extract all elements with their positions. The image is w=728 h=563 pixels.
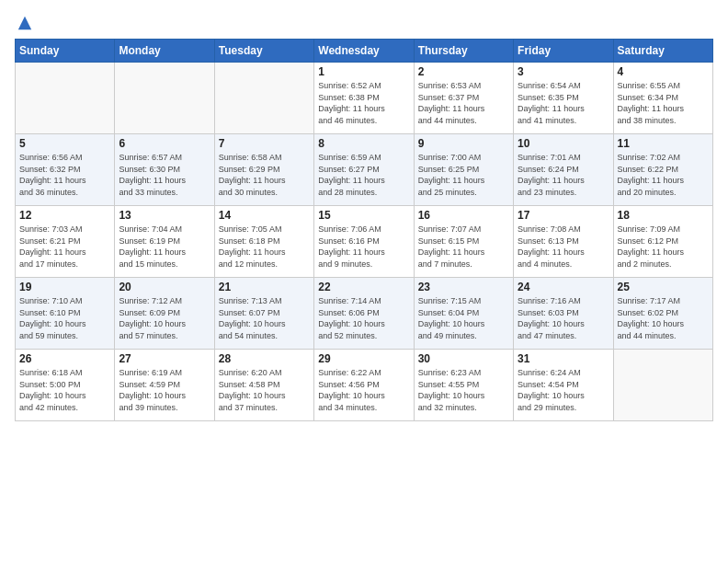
- day-number: 30: [418, 352, 509, 365]
- calendar-cell: [613, 350, 712, 421]
- calendar-week-row: 12Sunrise: 7:03 AM Sunset: 6:21 PM Dayli…: [16, 206, 713, 278]
- day-number: 19: [19, 281, 110, 293]
- day-number: 26: [19, 352, 110, 365]
- day-number: 27: [119, 352, 210, 365]
- day-info: Sunrise: 6:18 AM Sunset: 5:00 PM Dayligh…: [19, 367, 110, 413]
- day-info: Sunrise: 7:06 AM Sunset: 6:16 PM Dayligh…: [318, 224, 409, 270]
- day-number: 20: [119, 281, 210, 293]
- calendar-cell: 2Sunrise: 6:53 AM Sunset: 6:37 PM Daylig…: [414, 63, 513, 134]
- calendar-cell: 28Sunrise: 6:20 AM Sunset: 4:58 PM Dayli…: [214, 350, 313, 421]
- calendar-cell: [214, 63, 313, 134]
- calendar-cell: 17Sunrise: 7:08 AM Sunset: 6:13 PM Dayli…: [514, 206, 613, 278]
- day-number: 6: [119, 137, 210, 150]
- day-number: 25: [618, 281, 709, 293]
- day-number: 13: [119, 209, 210, 222]
- day-number: 28: [219, 352, 310, 365]
- day-info: Sunrise: 6:56 AM Sunset: 6:32 PM Dayligh…: [19, 152, 110, 198]
- day-info: Sunrise: 6:59 AM Sunset: 6:27 PM Dayligh…: [318, 152, 409, 198]
- calendar-cell: 21Sunrise: 7:13 AM Sunset: 6:07 PM Dayli…: [214, 278, 313, 350]
- day-info: Sunrise: 7:08 AM Sunset: 6:13 PM Dayligh…: [518, 224, 609, 270]
- day-info: Sunrise: 6:22 AM Sunset: 4:56 PM Dayligh…: [318, 367, 409, 413]
- day-info: Sunrise: 6:57 AM Sunset: 6:30 PM Dayligh…: [119, 152, 210, 198]
- day-number: 14: [219, 209, 310, 222]
- day-info: Sunrise: 7:10 AM Sunset: 6:10 PM Dayligh…: [19, 295, 110, 341]
- day-info: Sunrise: 7:09 AM Sunset: 6:12 PM Dayligh…: [618, 224, 709, 270]
- calendar-cell: [16, 63, 115, 134]
- day-number: 2: [418, 65, 509, 78]
- day-number: 10: [518, 137, 609, 150]
- day-info: Sunrise: 7:05 AM Sunset: 6:18 PM Dayligh…: [219, 224, 310, 270]
- day-number: 3: [518, 65, 609, 78]
- calendar-cell: 20Sunrise: 7:12 AM Sunset: 6:09 PM Dayli…: [115, 278, 214, 350]
- calendar-cell: 13Sunrise: 7:04 AM Sunset: 6:19 PM Dayli…: [115, 206, 214, 278]
- calendar-cell: 14Sunrise: 7:05 AM Sunset: 6:18 PM Dayli…: [214, 206, 313, 278]
- day-info: Sunrise: 7:15 AM Sunset: 6:04 PM Dayligh…: [418, 295, 509, 341]
- day-info: Sunrise: 6:58 AM Sunset: 6:29 PM Dayligh…: [219, 152, 310, 198]
- day-number: 4: [618, 65, 709, 78]
- calendar-cell: 18Sunrise: 7:09 AM Sunset: 6:12 PM Dayli…: [613, 206, 712, 278]
- calendar-cell: 8Sunrise: 6:59 AM Sunset: 6:27 PM Daylig…: [314, 134, 414, 206]
- day-number: 8: [318, 137, 409, 150]
- day-info: Sunrise: 7:17 AM Sunset: 6:02 PM Dayligh…: [618, 295, 709, 341]
- day-number: 5: [19, 137, 110, 150]
- day-number: 31: [518, 352, 609, 365]
- day-number: 23: [418, 281, 509, 293]
- calendar-cell: 9Sunrise: 7:00 AM Sunset: 6:25 PM Daylig…: [414, 134, 513, 206]
- calendar-cell: 7Sunrise: 6:58 AM Sunset: 6:29 PM Daylig…: [214, 134, 313, 206]
- calendar-cell: 25Sunrise: 7:17 AM Sunset: 6:02 PM Dayli…: [613, 278, 712, 350]
- calendar-table: SundayMondayTuesdayWednesdayThursdayFrid…: [15, 39, 713, 421]
- calendar-cell: 24Sunrise: 7:16 AM Sunset: 6:03 PM Dayli…: [514, 278, 613, 350]
- calendar-cell: 6Sunrise: 6:57 AM Sunset: 6:30 PM Daylig…: [115, 134, 214, 206]
- day-number: 22: [318, 281, 409, 293]
- day-info: Sunrise: 7:16 AM Sunset: 6:03 PM Dayligh…: [518, 295, 609, 341]
- weekday-header-monday: Monday: [115, 40, 214, 63]
- day-info: Sunrise: 6:52 AM Sunset: 6:38 PM Dayligh…: [318, 80, 409, 126]
- day-number: 21: [219, 281, 310, 293]
- day-number: 17: [518, 209, 609, 222]
- calendar-cell: 29Sunrise: 6:22 AM Sunset: 4:56 PM Dayli…: [314, 350, 414, 421]
- weekday-header-friday: Friday: [514, 40, 613, 63]
- day-info: Sunrise: 7:02 AM Sunset: 6:22 PM Dayligh…: [618, 152, 709, 198]
- day-info: Sunrise: 6:53 AM Sunset: 6:37 PM Dayligh…: [418, 80, 509, 126]
- day-info: Sunrise: 6:24 AM Sunset: 4:54 PM Dayligh…: [518, 367, 609, 413]
- day-number: 9: [418, 137, 509, 150]
- calendar-cell: 12Sunrise: 7:03 AM Sunset: 6:21 PM Dayli…: [16, 206, 115, 278]
- calendar-cell: 27Sunrise: 6:19 AM Sunset: 4:59 PM Dayli…: [115, 350, 214, 421]
- calendar-week-row: 1Sunrise: 6:52 AM Sunset: 6:38 PM Daylig…: [16, 63, 713, 134]
- calendar-week-row: 5Sunrise: 6:56 AM Sunset: 6:32 PM Daylig…: [16, 134, 713, 206]
- day-number: 1: [318, 65, 409, 78]
- page-header: [15, 15, 713, 31]
- day-number: 15: [318, 209, 409, 222]
- logo-icon: [17, 15, 33, 31]
- day-info: Sunrise: 6:55 AM Sunset: 6:34 PM Dayligh…: [618, 80, 709, 126]
- calendar-cell: 11Sunrise: 7:02 AM Sunset: 6:22 PM Dayli…: [613, 134, 712, 206]
- weekday-header-sunday: Sunday: [16, 40, 115, 63]
- weekday-header-wednesday: Wednesday: [314, 40, 414, 63]
- logo: [15, 15, 33, 31]
- day-number: 12: [19, 209, 110, 222]
- day-info: Sunrise: 7:01 AM Sunset: 6:24 PM Dayligh…: [518, 152, 609, 198]
- calendar-cell: 22Sunrise: 7:14 AM Sunset: 6:06 PM Dayli…: [314, 278, 414, 350]
- calendar-cell: 31Sunrise: 6:24 AM Sunset: 4:54 PM Dayli…: [514, 350, 613, 421]
- day-number: 11: [618, 137, 709, 150]
- calendar-cell: 23Sunrise: 7:15 AM Sunset: 6:04 PM Dayli…: [414, 278, 513, 350]
- calendar-cell: 5Sunrise: 6:56 AM Sunset: 6:32 PM Daylig…: [16, 134, 115, 206]
- calendar-cell: 26Sunrise: 6:18 AM Sunset: 5:00 PM Dayli…: [16, 350, 115, 421]
- day-info: Sunrise: 6:54 AM Sunset: 6:35 PM Dayligh…: [518, 80, 609, 126]
- weekday-header-tuesday: Tuesday: [214, 40, 313, 63]
- calendar-cell: 16Sunrise: 7:07 AM Sunset: 6:15 PM Dayli…: [414, 206, 513, 278]
- svg-marker-0: [18, 17, 31, 29]
- calendar-cell: 19Sunrise: 7:10 AM Sunset: 6:10 PM Dayli…: [16, 278, 115, 350]
- calendar-week-row: 26Sunrise: 6:18 AM Sunset: 5:00 PM Dayli…: [16, 350, 713, 421]
- day-info: Sunrise: 6:20 AM Sunset: 4:58 PM Dayligh…: [219, 367, 310, 413]
- calendar-cell: 3Sunrise: 6:54 AM Sunset: 6:35 PM Daylig…: [514, 63, 613, 134]
- day-info: Sunrise: 6:23 AM Sunset: 4:55 PM Dayligh…: [418, 367, 509, 413]
- day-info: Sunrise: 7:13 AM Sunset: 6:07 PM Dayligh…: [219, 295, 310, 341]
- day-info: Sunrise: 7:12 AM Sunset: 6:09 PM Dayligh…: [119, 295, 210, 341]
- weekday-header-thursday: Thursday: [414, 40, 513, 63]
- calendar-cell: 4Sunrise: 6:55 AM Sunset: 6:34 PM Daylig…: [613, 63, 712, 134]
- calendar-week-row: 19Sunrise: 7:10 AM Sunset: 6:10 PM Dayli…: [16, 278, 713, 350]
- calendar-cell: 30Sunrise: 6:23 AM Sunset: 4:55 PM Dayli…: [414, 350, 513, 421]
- day-number: 7: [219, 137, 310, 150]
- weekday-header-saturday: Saturday: [613, 40, 712, 63]
